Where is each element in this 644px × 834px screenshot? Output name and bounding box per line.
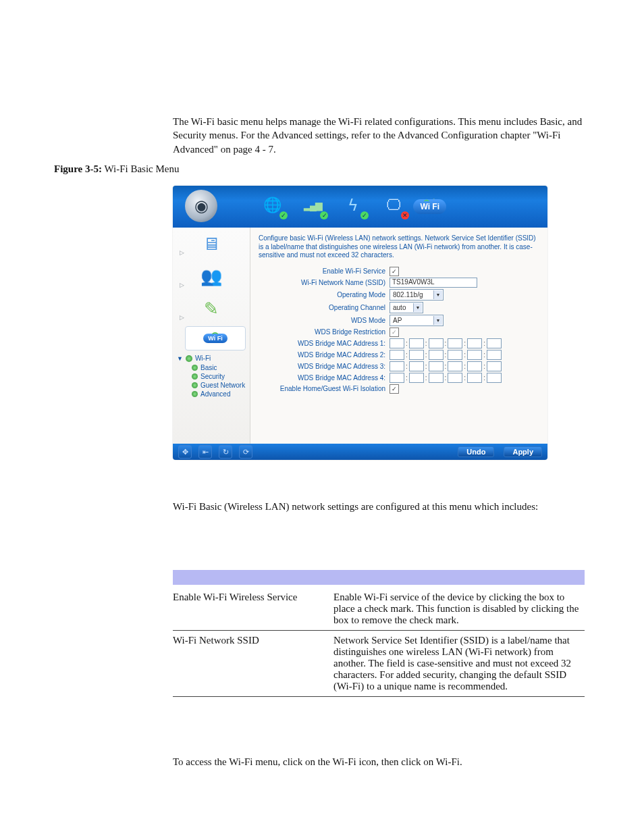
wds-mac-2-label: WDS Bridge MAC Address 2: [259,351,390,359]
mac-octet-input[interactable] [448,373,462,383]
operating-mode-select[interactable]: 802.11b/g [390,289,444,301]
brand-logo-icon: ◉ [185,190,217,222]
mac-octet-input[interactable] [409,338,424,348]
operating-channel-select[interactable]: auto [390,302,423,313]
status-dot-icon: ✓ [279,211,288,219]
mac-octet-input[interactable] [487,350,502,360]
mac-octet-input[interactable] [467,373,482,383]
expand-icon: ▷ [180,249,184,256]
mac-octet-input[interactable] [487,373,502,383]
definition-term: Enable Wi-Fi Wireless Service [173,588,333,631]
nav-tree-root-wifi[interactable]: ▼ Wi-Fi [177,353,247,363]
nav-label: Guest Network [200,382,245,389]
status-dot-icon: ✕ [401,211,409,219]
wifi-header-pill[interactable]: ⌢ Wi Fi [413,199,446,214]
undo-button[interactable]: Undo [458,446,494,457]
enable-wifi-checkbox[interactable]: ✓ [390,267,399,276]
mac-octet-input[interactable] [390,361,404,371]
monitor-icon[interactable]: 🖵✕ [381,190,406,221]
table-row: Wi-Fi Network SSID Network Service Set I… [173,631,585,697]
wds-mac-1-label: WDS Bridge MAC Address 1: [259,340,390,347]
wds-mac-4-input-group: : : : : : [390,373,502,383]
wds-mac-4-label: WDS Bridge MAC Address 4: [259,374,390,382]
mac-octet-input[interactable] [390,350,404,360]
post-figure-paragraph: Wi-Fi Basic (Wireless LAN) network setti… [173,500,585,513]
mac-octet-input[interactable] [448,350,462,360]
mac-octet-input[interactable] [409,373,424,383]
isolation-checkbox[interactable]: ✓ [390,384,399,394]
definition-description: Network Service Set Identifier (SSID) is… [333,631,585,697]
enable-wifi-label: Enable Wi-Fi Service [259,267,390,275]
mac-octet-input[interactable] [448,361,462,371]
wds-mac-3-label: WDS Bridge MAC Address 3: [259,363,390,370]
nav-label: Security [200,373,225,380]
mac-octet-input[interactable] [409,361,424,371]
status-dot-icon: ✓ [320,211,328,219]
expand-icon: ▷ [180,314,184,321]
bullet-icon [192,365,198,371]
footer-expand-icon[interactable]: ✥ [178,445,192,459]
wds-mode-label: WDS Mode [259,317,390,324]
mac-octet-input[interactable] [487,338,502,348]
wifi-arc-icon: ⌢ [212,327,218,338]
nav-tree: ▼ Wi-Fi Basic Security Guest Network Adv… [173,350,250,404]
ssid-input[interactable]: TS19AV0W3L [390,278,477,288]
signal-icon[interactable]: ▂▄▆✓ [300,190,325,221]
mac-octet-input[interactable] [390,373,404,383]
wifi-section-tile[interactable]: ⌢Wi Fi [185,326,246,350]
mac-octet-input[interactable] [429,350,444,360]
nav-label: Wi-Fi [195,355,211,362]
table-row: Enable Wi-Fi Wireless Service Enable Wi-… [173,588,585,631]
sidebar: ▷🖥 ▷👥 ▷✎ ⌢Wi Fi ▼ Wi-Fi Basic Security [173,228,250,444]
mac-octet-input[interactable] [409,350,424,360]
router-admin-screenshot: ◉ 🌐✓ ▂▄▆✓ ϟ✓ 🖵✕ ⚙ ⌢ Wi Fi ▷🖥 ▷👥 ▷✎ [173,186,547,460]
definitions-table: Enable Wi-Fi Wireless Service Enable Wi-… [173,588,585,697]
antenna-icon[interactable]: ϟ✓ [340,190,366,221]
mac-octet-input[interactable] [429,338,444,348]
footer-back-icon[interactable]: ⇤ [198,445,212,459]
footer-reload-icon[interactable]: ⟳ [239,445,252,459]
figure-label-number: Figure 3-5: [54,163,102,174]
wds-mode-select[interactable]: AP [390,315,444,326]
people-icon[interactable]: ▷👥 [173,260,250,292]
definition-term: Wi-Fi Network SSID [173,631,333,697]
isolation-label: Enable Home/Guest Wi-Fi Isolation [259,385,390,392]
mac-octet-input[interactable] [429,361,444,371]
nav-item-security[interactable]: Security [192,372,247,381]
mac-octet-input[interactable] [429,373,444,383]
definition-description: Enable Wi-Fi service of the device by cl… [333,588,585,631]
mac-octet-input[interactable] [467,361,482,371]
mac-octet-input[interactable] [390,338,404,348]
mac-octet-input[interactable] [467,350,482,360]
figure-label-title: Wi-Fi Basic Menu [102,163,180,174]
figure-caption: Figure 3-5: Wi-Fi Basic Menu [54,163,180,175]
nav-label: Advanced [200,390,230,398]
bullet-icon [192,382,198,388]
router-header: ◉ 🌐✓ ▂▄▆✓ ϟ✓ 🖵✕ ⚙ ⌢ Wi Fi [173,186,547,228]
mac-octet-input[interactable] [448,338,462,348]
expand-icon: ▷ [180,282,184,288]
nav-item-basic[interactable]: Basic [192,363,247,372]
tools-icon[interactable]: ▷✎ [173,292,250,325]
wds-restriction-checkbox[interactable]: ✓ [390,328,399,337]
ssid-label: Wi-Fi Network Name (SSID) [259,279,390,286]
mac-octet-input[interactable] [467,338,482,348]
mac-octet-input[interactable] [487,361,502,371]
pc-icon[interactable]: ▷🖥 [173,228,250,260]
footer-refresh-icon[interactable]: ↻ [219,445,232,459]
router-footer: ✥ ⇤ ↻ ⟳ Undo Apply [173,444,547,460]
bullet-icon [186,355,192,362]
status-dot-icon: ✓ [360,211,369,219]
wds-mac-3-input-group: : : : : : [390,361,502,371]
panel-description: Configure basic Wi-Fi (Wireless LAN) net… [259,234,538,260]
globe-icon[interactable]: 🌐✓ [259,190,285,221]
nav-item-advanced[interactable]: Advanced [192,390,247,398]
operating-mode-label: Operating Mode [259,291,390,298]
wds-mac-2-input-group: : : : : : [390,350,502,360]
collapse-icon: ▼ [177,355,183,362]
wds-restriction-label: WDS Bridge Restriction [259,328,390,336]
nav-item-guest-network[interactable]: Guest Network [192,381,247,390]
apply-button[interactable]: Apply [504,446,542,457]
nav-label: Basic [200,364,217,371]
access-instructions: To access the Wi-Fi menu, click on the W… [173,756,585,768]
